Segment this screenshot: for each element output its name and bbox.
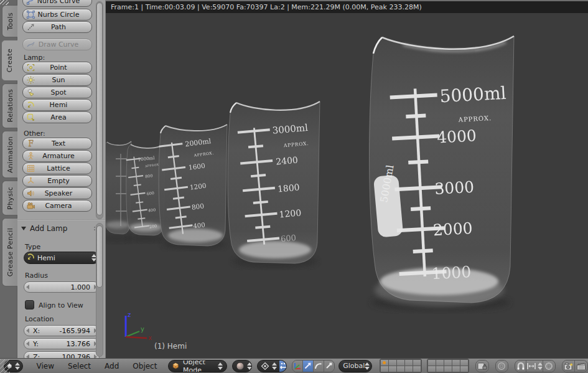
layer-cell[interactable] <box>389 366 396 372</box>
tab-create[interactable]: Create <box>1 40 17 81</box>
layer-cell[interactable] <box>436 360 444 366</box>
layer-cell[interactable] <box>452 360 460 366</box>
translate-manipulator-toggle[interactable] <box>303 360 314 372</box>
svg-text:400: 400 <box>193 221 205 229</box>
svg-text:2000: 2000 <box>432 219 473 239</box>
svg-text:4000: 4000 <box>436 126 477 146</box>
snap-target-button[interactable] <box>543 360 555 372</box>
lamp-spot-button[interactable]: Spot <box>22 87 92 98</box>
menu-view[interactable]: View <box>37 362 54 371</box>
mode-dropdown[interactable]: Object Mode <box>168 360 227 372</box>
add-lattice-button[interactable]: Lattice <box>22 163 92 174</box>
proportional-edit-toggle[interactable] <box>496 360 508 372</box>
layer-cell[interactable] <box>413 366 421 372</box>
layer-cell[interactable] <box>405 366 413 372</box>
speaker-icon <box>26 189 35 198</box>
point-lamp-icon <box>26 64 35 72</box>
layer-cell[interactable] <box>428 360 436 366</box>
svg-text:5000ml: 5000ml <box>439 83 506 107</box>
type-label: Type <box>25 243 40 251</box>
draw-curve-button[interactable]: Draw Curve <box>22 39 92 50</box>
menu-add[interactable]: Add <box>105 362 119 371</box>
window-resize-grip[interactable] <box>0 359 10 373</box>
dropdown-arrows-icon <box>247 362 252 370</box>
scene-stats: Frame:1 | Time:00:03.09 | Ve:59070 Fa:70… <box>111 3 422 11</box>
layer-cell[interactable] <box>397 366 404 372</box>
hemi-lamp-icon <box>26 101 35 110</box>
add-text-button[interactable]: F Text <box>22 138 92 149</box>
svg-text:600: 600 <box>280 233 296 243</box>
rotate-manipulator-toggle[interactable] <box>314 360 324 372</box>
decrement-arrow-icon <box>26 328 29 333</box>
layer-cell[interactable] <box>460 360 468 366</box>
lamp-area-button[interactable]: Area <box>22 111 92 123</box>
scale-manipulator-toggle[interactable] <box>324 360 335 372</box>
layer-cell[interactable] <box>381 366 388 372</box>
decrement-arrow-icon <box>26 285 29 290</box>
layer-cell[interactable] <box>413 360 421 366</box>
svg-text:200: 200 <box>149 224 157 229</box>
nurbs-circle-icon <box>26 11 35 19</box>
layer-cell[interactable] <box>397 360 404 366</box>
opengl-render-anim-button[interactable] <box>575 360 587 372</box>
add-speaker-button[interactable]: Speaker <box>22 187 92 199</box>
layer-cell[interactable] <box>405 360 413 366</box>
tab-relations[interactable]: Relations <box>2 83 17 128</box>
proportional-circle-icon <box>497 362 506 371</box>
lamp-sun-button[interactable]: Sun <box>22 74 92 86</box>
layer-cell[interactable] <box>444 360 452 366</box>
empty-icon <box>26 177 35 186</box>
snap-magnet-toggle[interactable] <box>515 360 526 372</box>
manipulator-group <box>292 360 335 372</box>
tab-grease-pencil[interactable]: Grease Pencil <box>2 218 17 286</box>
viewport-3d[interactable]: 1000ml APPROX. 800 600 400 200 2000ml AP… <box>106 13 588 358</box>
add-camera-button[interactable]: Camera <box>22 200 92 212</box>
lamp-type-dropdown[interactable]: Hemi <box>24 252 100 264</box>
layer-cell[interactable] <box>444 366 452 372</box>
tab-tools[interactable]: Tools <box>2 5 17 37</box>
translate-arrow-icon <box>304 362 312 370</box>
shelf-scrollbar-thumb[interactable] <box>96 2 103 215</box>
location-x-field[interactable]: X: -165.994 <box>24 325 100 336</box>
snap-element-dropdown[interactable] <box>526 360 543 372</box>
svg-text:1800: 1800 <box>277 182 300 194</box>
svg-text:800: 800 <box>145 173 153 179</box>
opengl-render-image-button[interactable] <box>562 360 575 372</box>
nurbs-curve-button[interactable]: Nurbs Curve <box>22 0 92 7</box>
manipulate-center-points-toggle[interactable] <box>279 360 287 372</box>
lock-to-scene-toggle[interactable] <box>476 360 488 372</box>
shading-dropdown[interactable] <box>232 360 252 372</box>
dropdown-arrows-icon <box>218 362 223 370</box>
active-object-label: (1) Hemi <box>154 342 187 351</box>
manipulator-axis-toggle[interactable] <box>292 360 303 372</box>
layer-cell[interactable] <box>452 366 460 372</box>
add-lamp-panel-header[interactable]: Add Lamp <box>21 223 103 234</box>
window-resize-grip[interactable] <box>0 0 9 5</box>
lamp-hemi-button[interactable]: Hemi <box>22 99 92 111</box>
location-z-field[interactable]: Z: 100.796 <box>24 351 100 358</box>
location-y-field[interactable]: Y: 13.766 <box>24 338 100 349</box>
radius-slider[interactable]: 1.000 <box>24 281 100 293</box>
panel-scrollbar-thumb[interactable] <box>96 225 103 288</box>
layer-cell[interactable] <box>389 360 396 366</box>
orientation-dropdown[interactable]: Global <box>338 360 372 372</box>
path-button[interactable]: Path <box>22 21 92 33</box>
menu-select[interactable]: Select <box>68 362 91 371</box>
svg-text:1000: 1000 <box>431 263 472 283</box>
add-armature-button[interactable]: Armature <box>22 150 92 162</box>
pivot-point-icon[interactable] <box>261 362 269 371</box>
layer-cell[interactable] <box>460 366 468 372</box>
add-empty-button[interactable]: Empty <box>22 175 92 187</box>
align-to-view-checkbox[interactable] <box>25 300 34 309</box>
lamp-point-button[interactable]: Point <box>22 62 92 73</box>
tab-physic[interactable]: Physic <box>2 181 17 215</box>
layer-cell[interactable] <box>436 366 444 372</box>
layer-cell[interactable] <box>381 360 388 366</box>
menu-object[interactable]: Object <box>133 362 157 371</box>
layer-cell[interactable] <box>428 366 436 372</box>
nurbs-circle-button[interactable]: Nurbs Circle <box>22 9 92 21</box>
tab-animation[interactable]: Animation <box>2 131 17 178</box>
scale-handle-icon <box>325 362 333 370</box>
svg-text:3000: 3000 <box>434 178 475 198</box>
lock-icon <box>477 362 487 371</box>
